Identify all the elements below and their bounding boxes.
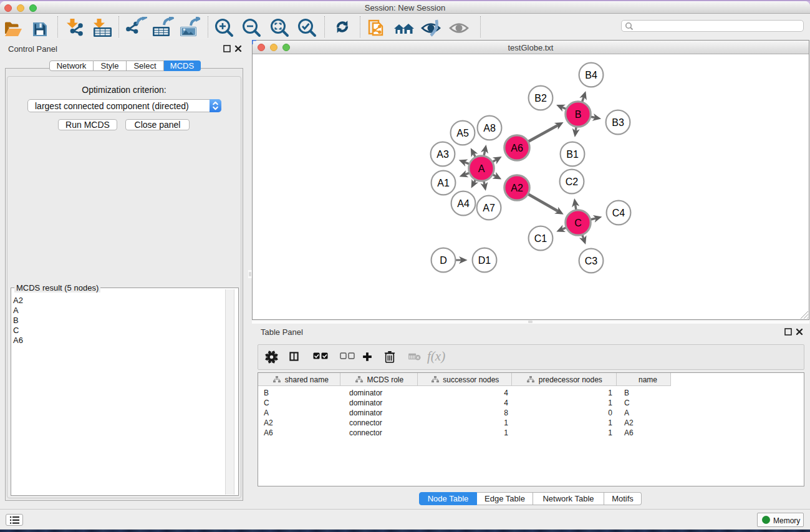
svg-text:B3: B3 (612, 117, 624, 128)
svg-text:A5: A5 (456, 128, 469, 138)
svg-text:A: A (478, 163, 485, 174)
svg-text:B2: B2 (534, 93, 547, 104)
svg-text:A4: A4 (457, 198, 470, 209)
svg-text:A3: A3 (436, 149, 449, 160)
svg-text:A1: A1 (437, 178, 450, 188)
svg-text:A7: A7 (483, 203, 495, 213)
svg-text:D1: D1 (478, 255, 491, 266)
svg-text:B: B (575, 109, 582, 120)
svg-text:B1: B1 (566, 149, 579, 160)
svg-text:C4: C4 (612, 208, 625, 218)
svg-text:D: D (440, 255, 447, 266)
svg-text:A8: A8 (483, 123, 496, 133)
svg-text:C: C (574, 218, 582, 228)
svg-text:A2: A2 (511, 183, 523, 193)
svg-text:A6: A6 (511, 143, 523, 153)
svg-text:C2: C2 (566, 177, 579, 187)
svg-text:C3: C3 (585, 256, 598, 266)
svg-text:B4: B4 (585, 70, 597, 80)
svg-text:C1: C1 (534, 233, 547, 244)
